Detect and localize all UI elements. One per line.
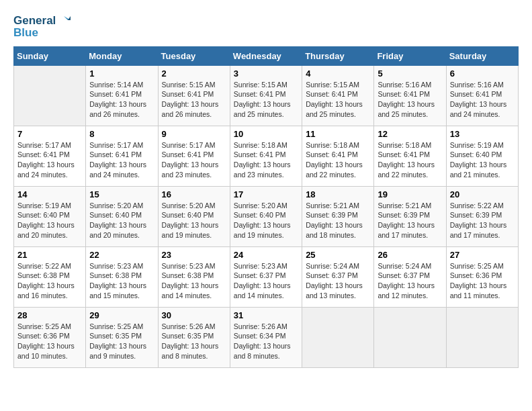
day-number: 21 [17, 250, 82, 260]
day-info: Sunrise: 5:18 AM Sunset: 6:41 PM Dayligh… [234, 140, 298, 180]
calendar-cell: 10Sunrise: 5:18 AM Sunset: 6:41 PM Dayli… [230, 126, 302, 186]
day-info: Sunrise: 5:23 AM Sunset: 6:37 PM Dayligh… [234, 261, 298, 301]
calendar-cell: 30Sunrise: 5:26 AM Sunset: 6:35 PM Dayli… [158, 307, 230, 367]
calendar-cell: 21Sunrise: 5:22 AM Sunset: 6:38 PM Dayli… [14, 246, 86, 307]
calendar-cell [374, 307, 446, 367]
calendar-cell: 31Sunrise: 5:26 AM Sunset: 6:34 PM Dayli… [230, 307, 302, 367]
day-number: 7 [17, 129, 82, 139]
day-info: Sunrise: 5:24 AM Sunset: 6:37 PM Dayligh… [378, 261, 442, 301]
day-number: 27 [450, 250, 515, 260]
day-info: Sunrise: 5:19 AM Sunset: 6:40 PM Dayligh… [17, 201, 82, 240]
day-info: Sunrise: 5:17 AM Sunset: 6:41 PM Dayligh… [89, 140, 154, 180]
day-info: Sunrise: 5:22 AM Sunset: 6:39 PM Dayligh… [450, 201, 515, 240]
day-info: Sunrise: 5:21 AM Sunset: 6:39 PM Dayligh… [378, 201, 442, 240]
day-info: Sunrise: 5:18 AM Sunset: 6:41 PM Dayligh… [378, 140, 442, 180]
day-info: Sunrise: 5:25 AM Sunset: 6:36 PM Dayligh… [450, 261, 515, 301]
day-number: 31 [234, 310, 298, 320]
calendar-cell: 19Sunrise: 5:21 AM Sunset: 6:39 PM Dayli… [374, 186, 446, 246]
day-info: Sunrise: 5:25 AM Sunset: 6:35 PM Dayligh… [89, 322, 154, 361]
day-number: 30 [162, 310, 226, 320]
calendar-cell: 26Sunrise: 5:24 AM Sunset: 6:37 PM Dayli… [374, 246, 446, 307]
calendar-week-row: 1Sunrise: 5:14 AM Sunset: 6:41 PM Daylig… [14, 65, 519, 126]
calendar-cell: 5Sunrise: 5:16 AM Sunset: 6:41 PM Daylig… [374, 65, 446, 126]
day-number: 3 [234, 68, 298, 79]
day-number: 28 [17, 310, 82, 320]
day-number: 18 [306, 189, 370, 199]
day-info: Sunrise: 5:15 AM Sunset: 6:41 PM Dayligh… [234, 80, 298, 120]
day-number: 10 [234, 129, 298, 139]
calendar-cell: 18Sunrise: 5:21 AM Sunset: 6:39 PM Dayli… [302, 186, 374, 246]
calendar-cell: 15Sunrise: 5:20 AM Sunset: 6:40 PM Dayli… [86, 186, 158, 246]
weekday-label: Saturday [446, 46, 518, 65]
calendar-cell: 29Sunrise: 5:25 AM Sunset: 6:35 PM Dayli… [86, 307, 158, 367]
day-info: Sunrise: 5:15 AM Sunset: 6:41 PM Dayligh… [162, 80, 226, 120]
day-info: Sunrise: 5:23 AM Sunset: 6:38 PM Dayligh… [162, 261, 226, 301]
calendar-week-row: 21Sunrise: 5:22 AM Sunset: 6:38 PM Dayli… [14, 246, 519, 307]
logo-bird-icon [56, 13, 71, 28]
day-info: Sunrise: 5:20 AM Sunset: 6:40 PM Dayligh… [162, 201, 226, 240]
calendar-cell [14, 65, 86, 126]
day-info: Sunrise: 5:23 AM Sunset: 6:38 PM Dayligh… [89, 261, 154, 301]
calendar-week-row: 14Sunrise: 5:19 AM Sunset: 6:40 PM Dayli… [14, 186, 519, 246]
day-number: 26 [378, 250, 442, 260]
calendar-cell [446, 307, 518, 367]
day-number: 17 [234, 189, 298, 199]
calendar-body: 1Sunrise: 5:14 AM Sunset: 6:41 PM Daylig… [14, 65, 519, 367]
day-info: Sunrise: 5:18 AM Sunset: 6:41 PM Dayligh… [306, 140, 370, 180]
calendar-cell: 17Sunrise: 5:20 AM Sunset: 6:40 PM Dayli… [230, 186, 302, 246]
weekday-label: Friday [374, 46, 446, 65]
calendar-cell: 22Sunrise: 5:23 AM Sunset: 6:38 PM Dayli… [86, 246, 158, 307]
day-info: Sunrise: 5:26 AM Sunset: 6:34 PM Dayligh… [234, 322, 298, 361]
day-number: 1 [89, 68, 154, 79]
calendar-cell: 11Sunrise: 5:18 AM Sunset: 6:41 PM Dayli… [302, 126, 374, 186]
day-number: 29 [89, 310, 154, 320]
day-number: 9 [162, 129, 226, 139]
weekday-label: Sunday [14, 46, 86, 65]
day-info: Sunrise: 5:17 AM Sunset: 6:41 PM Dayligh… [162, 140, 226, 180]
calendar-cell: 20Sunrise: 5:22 AM Sunset: 6:39 PM Dayli… [446, 186, 518, 246]
calendar-cell: 28Sunrise: 5:25 AM Sunset: 6:36 PM Dayli… [14, 307, 86, 367]
day-info: Sunrise: 5:26 AM Sunset: 6:35 PM Dayligh… [162, 322, 226, 361]
day-number: 13 [450, 129, 515, 139]
day-number: 6 [450, 68, 515, 79]
calendar-cell: 1Sunrise: 5:14 AM Sunset: 6:41 PM Daylig… [86, 65, 158, 126]
calendar-week-row: 7Sunrise: 5:17 AM Sunset: 6:41 PM Daylig… [14, 126, 519, 186]
calendar-cell: 9Sunrise: 5:17 AM Sunset: 6:41 PM Daylig… [158, 126, 230, 186]
day-number: 5 [378, 68, 442, 79]
day-info: Sunrise: 5:25 AM Sunset: 6:36 PM Dayligh… [17, 322, 82, 361]
calendar-cell: 8Sunrise: 5:17 AM Sunset: 6:41 PM Daylig… [86, 126, 158, 186]
logo-text-blue: Blue [13, 27, 71, 40]
day-info: Sunrise: 5:16 AM Sunset: 6:41 PM Dayligh… [450, 80, 515, 120]
calendar-cell: 14Sunrise: 5:19 AM Sunset: 6:40 PM Dayli… [14, 186, 86, 246]
calendar-cell: 4Sunrise: 5:15 AM Sunset: 6:41 PM Daylig… [302, 65, 374, 126]
weekday-label: Thursday [302, 46, 374, 65]
calendar-cell: 12Sunrise: 5:18 AM Sunset: 6:41 PM Dayli… [374, 126, 446, 186]
day-number: 8 [89, 129, 154, 139]
day-number: 12 [378, 129, 442, 139]
day-number: 24 [234, 250, 298, 260]
day-number: 11 [306, 129, 370, 139]
calendar-cell: 3Sunrise: 5:15 AM Sunset: 6:41 PM Daylig… [230, 65, 302, 126]
calendar-table: SundayMondayTuesdayWednesdayThursdayFrid… [13, 46, 519, 368]
day-info: Sunrise: 5:19 AM Sunset: 6:40 PM Dayligh… [450, 140, 515, 180]
day-number: 25 [306, 250, 370, 260]
day-info: Sunrise: 5:21 AM Sunset: 6:39 PM Dayligh… [306, 201, 370, 240]
calendar-cell: 16Sunrise: 5:20 AM Sunset: 6:40 PM Dayli… [158, 186, 230, 246]
day-number: 23 [162, 250, 226, 260]
day-number: 14 [17, 189, 82, 199]
day-info: Sunrise: 5:16 AM Sunset: 6:41 PM Dayligh… [378, 80, 442, 120]
day-number: 15 [89, 189, 154, 199]
calendar-cell: 2Sunrise: 5:15 AM Sunset: 6:41 PM Daylig… [158, 65, 230, 126]
day-number: 16 [162, 189, 226, 199]
weekday-label: Monday [86, 46, 158, 65]
calendar-header: SundayMondayTuesdayWednesdayThursdayFrid… [14, 46, 519, 65]
calendar-cell: 25Sunrise: 5:24 AM Sunset: 6:37 PM Dayli… [302, 246, 374, 307]
day-info: Sunrise: 5:14 AM Sunset: 6:41 PM Dayligh… [89, 80, 154, 120]
calendar-cell: 6Sunrise: 5:16 AM Sunset: 6:41 PM Daylig… [446, 65, 518, 126]
calendar-week-row: 28Sunrise: 5:25 AM Sunset: 6:36 PM Dayli… [14, 307, 519, 367]
weekday-row: SundayMondayTuesdayWednesdayThursdayFrid… [14, 46, 519, 65]
weekday-label: Tuesday [158, 46, 230, 65]
day-info: Sunrise: 5:22 AM Sunset: 6:38 PM Dayligh… [17, 261, 82, 301]
logo: General Blue [13, 13, 71, 40]
day-number: 20 [450, 189, 515, 199]
